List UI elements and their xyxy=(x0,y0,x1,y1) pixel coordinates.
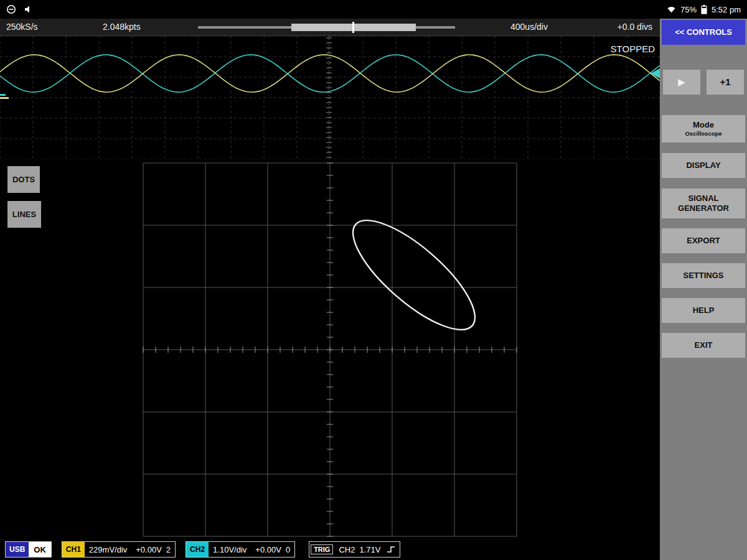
single-shot-button[interactable]: +1 xyxy=(707,70,744,95)
mode-subtitle: Oscilloscope xyxy=(685,130,721,138)
preview-waveform xyxy=(0,36,660,159)
ch1-badge: CH1 xyxy=(62,542,85,557)
battery-percent: 75% xyxy=(680,5,697,14)
usb-status-box: USB OK xyxy=(5,541,52,558)
trigger-status-box[interactable]: TRIG CH2 1.71V xyxy=(309,541,400,558)
speaker-icon xyxy=(24,4,34,14)
timebase-label: 400us/div xyxy=(510,19,548,35)
mode-button[interactable]: Mode Oscilloscope xyxy=(662,115,745,142)
trigger-level: 1.71V xyxy=(359,545,380,554)
signal-generator-button[interactable]: SIGNAL GENERATOR xyxy=(662,189,745,218)
ch1-offset: +0.00V xyxy=(136,545,162,554)
xy-display-pane: DOTS LINES xyxy=(0,159,660,539)
lines-button[interactable]: LINES xyxy=(7,201,41,228)
mode-title: Mode xyxy=(693,120,714,130)
ch2-badge: CH2 xyxy=(186,542,209,557)
display-button[interactable]: DISPLAY xyxy=(662,153,745,178)
rising-edge-icon xyxy=(386,544,396,554)
waveform-preview-pane: STOPPED xyxy=(0,36,660,159)
play-icon: ▶ xyxy=(678,77,685,88)
sample-rate-label: 250kS/s xyxy=(6,19,38,35)
acquisition-status-badge: STOPPED xyxy=(611,44,655,54)
ch2-status-box[interactable]: CH2 1.10V/div +0.00V 0 xyxy=(186,541,295,558)
export-button[interactable]: EXPORT xyxy=(662,228,745,253)
android-status-bar: 75% 5:52 pm xyxy=(0,0,747,19)
bottom-status-bar: USB OK CH1 229mV/div +0.00V 2 CH2 1.10V/… xyxy=(0,539,660,560)
dots-button[interactable]: DOTS xyxy=(7,166,40,193)
controls-sidebar: << CONTROLS ▶ +1 Mode Oscilloscope DISPL… xyxy=(660,19,747,560)
scrollbar-position-marker[interactable] xyxy=(352,22,354,33)
run-button[interactable]: ▶ xyxy=(663,70,700,95)
usb-badge: USB xyxy=(6,542,29,557)
ch2-scale: 1.10V/div xyxy=(213,545,247,554)
ch1-marker: 2 xyxy=(166,545,171,554)
exit-button[interactable]: EXIT xyxy=(662,333,745,358)
help-button[interactable]: HELP xyxy=(662,298,745,323)
settings-button[interactable]: SETTINGS xyxy=(662,263,745,288)
timebase-scrollbar[interactable] xyxy=(198,21,455,34)
ch1-ground-marker xyxy=(0,97,9,99)
wifi-icon xyxy=(667,5,676,14)
ch2-ground-marker xyxy=(0,94,6,96)
ch2-marker: 0 xyxy=(286,545,290,554)
battery-icon xyxy=(701,4,707,14)
scope-top-bar: 250kS/s 2.048kpts 400us/div +0.0 divs xyxy=(0,19,660,36)
clock: 5:52 pm xyxy=(712,5,741,14)
controls-button[interactable]: << CONTROLS xyxy=(662,20,745,45)
trigger-delay-label: +0.0 divs xyxy=(618,19,652,35)
signal-generator-label: SIGNAL GENERATOR xyxy=(670,194,736,214)
xy-graticule xyxy=(0,159,660,539)
do-not-disturb-icon xyxy=(6,4,16,14)
ch1-scale: 229mV/div xyxy=(89,545,127,554)
ch2-offset: +0.00V xyxy=(255,545,281,554)
ch1-status-box[interactable]: CH1 229mV/div +0.00V 2 xyxy=(62,541,176,558)
trigger-badge: TRIG xyxy=(311,544,333,554)
record-length-label: 2.048kpts xyxy=(103,19,141,35)
usb-status-value: OK xyxy=(29,542,51,557)
trigger-source: CH2 xyxy=(339,545,355,554)
